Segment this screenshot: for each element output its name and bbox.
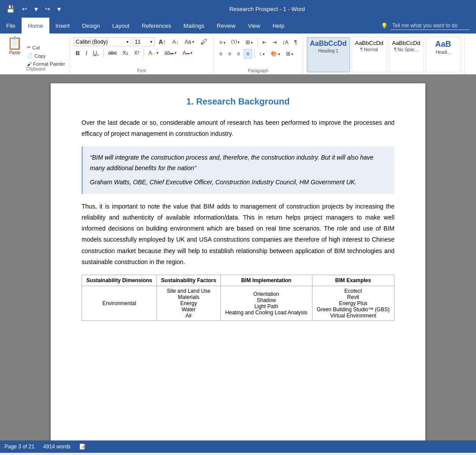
menu-insert[interactable]: Insert — [49, 18, 76, 34]
menu-search-area: 💡 — [381, 22, 476, 30]
menu-home[interactable]: Home — [22, 18, 49, 34]
font-row1: Calibri (Body) ▾ 11 ▾ A↑ A↓ Aa▾ 🖊 — [74, 35, 210, 47]
table-cell-examples: EcotectRevitEnergy PlusGreen Building St… — [312, 286, 394, 321]
table-row: Environmental Site and Land UseMaterials… — [82, 286, 394, 321]
font-family-selector[interactable]: Calibri (Body) ▾ — [74, 37, 131, 46]
para-row1: ≡▾ ⑴▾ ⊞▾ ⇤ ⇥ ↕A ¶ — [217, 35, 299, 47]
save-icon[interactable]: 💾 — [4, 4, 17, 14]
blockquote-text: “BIM will integrate the construction pro… — [90, 153, 387, 174]
style-heading1[interactable]: AaBbCcDd Heading 1 — [307, 37, 350, 72]
paste-icon: 📋 — [7, 37, 22, 49]
menu-view[interactable]: View — [242, 18, 266, 34]
doc-blockquote: “BIM will integrate the construction pro… — [82, 146, 394, 194]
clear-formatting-button[interactable]: 🖊 — [198, 37, 210, 47]
table-header-implementation: BIM Implementation — [220, 275, 312, 286]
no-space-label: ¶ No Spac... — [394, 47, 418, 52]
font-row2: B I U_ abc X₂ X² A▬▾ ab▬▾ A▬▾ — [74, 48, 210, 57]
lightbulb-icon: 💡 — [381, 22, 388, 29]
paragraph-group-label: Paragraph — [217, 67, 299, 74]
grow-font-button[interactable]: A↑ — [156, 37, 168, 46]
para-row2: ≡ ≡ ≡ ≡ ↕▾ 🎨▾ ⊞▾ — [217, 49, 299, 59]
cut-button[interactable]: ✂ Cut — [25, 44, 67, 51]
menu-help[interactable]: Help — [266, 18, 290, 34]
font-group: Calibri (Body) ▾ 11 ▾ A↑ A↓ Aa▾ 🖊 B I U_… — [70, 35, 214, 74]
heading2-preview: AaB — [435, 39, 451, 50]
multilevel-list-button[interactable]: ⊞▾ — [243, 38, 255, 47]
borders-button[interactable]: ⊞▾ — [284, 49, 296, 58]
shrink-font-button[interactable]: A↓ — [170, 38, 181, 46]
menu-layout[interactable]: Layout — [106, 18, 136, 34]
align-right-button[interactable]: ≡ — [235, 49, 242, 58]
subscript-button[interactable]: X₂ — [120, 49, 130, 57]
ribbon: 📋 Paste ✂ Cut 📄 Copy 🖌 Format Painter Cl… — [0, 34, 476, 75]
strikethrough-button[interactable]: abc — [106, 49, 119, 57]
menu-references[interactable]: References — [136, 18, 177, 34]
table-header-factors: Sustainability Factors — [157, 275, 221, 286]
window-title: Research Prospect - 1 - Word — [63, 6, 472, 12]
font-separator1 — [104, 48, 104, 57]
heading1-preview: AaBbCcDd — [310, 39, 347, 48]
doc-paragraph2: Thus, it is important to note the value … — [82, 201, 394, 268]
blockquote-author: Graham Watts, OBE, Chief Executive Offic… — [90, 177, 387, 188]
word-count: 4914 words — [43, 444, 71, 450]
copy-button[interactable]: 📄 Copy — [25, 52, 67, 60]
decrease-indent-button[interactable]: ⇤ — [260, 38, 269, 47]
font-size-dropdown-arrow: ▾ — [150, 40, 152, 44]
clipboard-group-label: Clipboard — [2, 66, 70, 73]
font-size-selector[interactable]: 11 ▾ — [133, 37, 155, 46]
menu-review[interactable]: Review — [211, 18, 242, 34]
line-spacing-button[interactable]: ↕▾ — [257, 49, 267, 58]
shading-button[interactable]: 🎨▾ — [268, 49, 283, 58]
table-header-examples: BIM Examples — [312, 275, 394, 286]
heading1-label: Heading 1 — [318, 48, 338, 53]
bullets-button[interactable]: ≡▾ — [217, 38, 228, 47]
more-icon[interactable]: ▾ — [56, 4, 63, 14]
doc-heading: 1. Research Background — [82, 97, 394, 107]
undo-dropdown[interactable]: ▾ — [33, 4, 40, 14]
font-family-dropdown-arrow: ▾ — [126, 40, 129, 44]
normal-preview: AaBbCcDd — [355, 39, 383, 47]
show-formatting-button[interactable]: ¶ — [292, 38, 299, 47]
text-highlight-button[interactable]: A▬▾ — [146, 49, 161, 57]
justify-button[interactable]: ≡ — [244, 49, 252, 59]
superscript-button[interactable]: X² — [132, 49, 141, 57]
underline-button[interactable]: U_ — [91, 49, 101, 57]
style-normal[interactable]: AaBbCcDd ¶ Normal — [352, 37, 387, 72]
highlight-color-button[interactable]: ab▬▾ — [162, 49, 179, 57]
para-sep1 — [257, 38, 258, 47]
font-color-button[interactable]: A▬▾ — [180, 49, 195, 57]
menu-file[interactable]: File — [0, 18, 22, 34]
align-left-button[interactable]: ≡ — [217, 49, 225, 58]
title-bar: 💾 ↩ ▾ ↪ ▾ Research Prospect - 1 - Word — [0, 0, 476, 18]
sort-button[interactable]: ↕A — [280, 38, 291, 47]
no-space-preview: AaBbCcDd — [392, 39, 420, 47]
align-center-button[interactable]: ≡ — [226, 49, 234, 58]
numbering-button[interactable]: ⑴▾ — [229, 37, 242, 47]
cut-icon: ✂ — [27, 45, 31, 50]
copy-label: Copy — [34, 53, 46, 59]
font-group-label: Font — [74, 67, 210, 74]
copy-icon: 📄 — [27, 53, 33, 59]
increase-indent-button[interactable]: ⇥ — [270, 38, 279, 47]
paste-label: Paste — [9, 50, 21, 55]
table-cell-implementation: OrientationShadowLight PathHeating and C… — [220, 286, 312, 321]
style-no-space[interactable]: AaBbCcDd ¶ No Spac... — [389, 37, 424, 72]
style-heading2[interactable]: AaB Headi... — [426, 37, 461, 72]
menu-mailings[interactable]: Mailings — [177, 18, 211, 34]
spelling-icon[interactable]: 📝 — [79, 444, 86, 450]
menu-design[interactable]: Design — [76, 18, 106, 34]
bold-button[interactable]: B — [74, 49, 82, 57]
italic-button[interactable]: I — [83, 49, 89, 57]
menu-bar: File Home Insert Design Layout Reference… — [0, 18, 476, 34]
table-cell-factors: Site and Land UseMaterialsEnergyWaterAir — [157, 286, 221, 321]
table-cell-dimension: Environmental — [82, 286, 157, 321]
change-case-button[interactable]: Aa▾ — [182, 38, 197, 46]
document-page[interactable]: 1. Research Background Over the last dec… — [51, 83, 425, 440]
font-size-value: 11 — [135, 39, 141, 45]
undo-icon[interactable]: ↩ — [20, 4, 29, 13]
cut-label: Cut — [32, 45, 40, 50]
redo-icon[interactable]: ↪ — [43, 4, 52, 13]
paragraph-group: ≡▾ ⑴▾ ⊞▾ ⇤ ⇥ ↕A ¶ ≡ ≡ ≡ ≡ ↕▾ 🎨▾ ⊞▾ Parag… — [214, 35, 303, 74]
search-input[interactable] — [390, 22, 470, 30]
sustainability-table: Sustainability Dimensions Sustainability… — [82, 275, 394, 321]
